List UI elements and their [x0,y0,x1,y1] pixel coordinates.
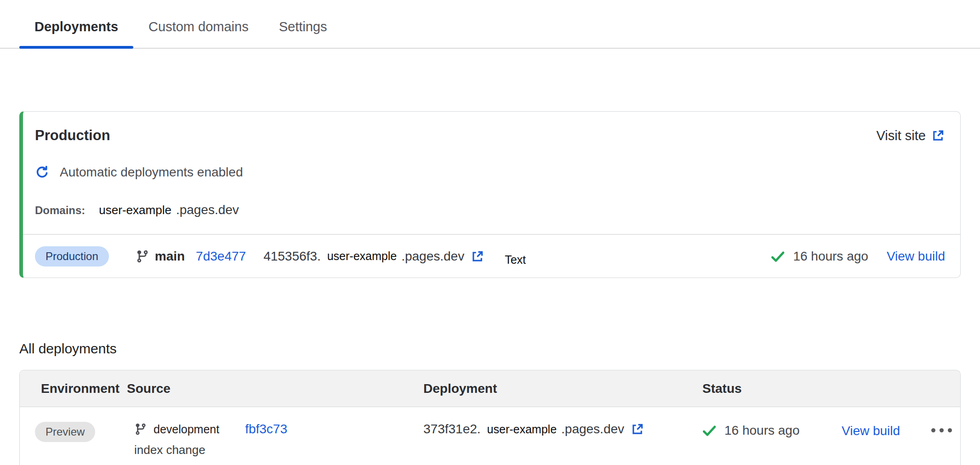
deployment-prefix: 373f31e2. [423,422,481,437]
branch-name: main [155,249,185,264]
deployment-time: 16 hours ago [724,423,799,438]
deployment-url-link[interactable]: 373f31e2. user-example .pages.dev [423,422,644,437]
deployments-table: Environment Source Deployment Status Pre… [19,370,961,465]
note-text: Text [505,253,526,267]
tab-bar: Deployments Custom domains Settings [0,0,980,49]
git-branch-icon [136,250,149,263]
domain-suffix: .pages.dev [176,203,239,217]
tab-deployments[interactable]: Deployments [19,19,133,48]
domain-name: user-example [99,203,171,217]
deployment-prefix: 415356f3. [263,249,321,264]
git-branch-icon [134,423,147,436]
external-link-icon [631,422,644,436]
column-header-environment: Environment [20,381,113,396]
deployment-time: 16 hours ago [793,249,868,264]
environment-badge: Production [35,246,109,267]
deployment-domain: user-example [327,250,397,263]
auto-deployments-text: Automatic deployments enabled [60,165,243,180]
tab-settings[interactable]: Settings [264,19,342,48]
production-card: Production Visit site Automa [19,111,961,278]
view-build-link[interactable]: View build [842,424,900,438]
production-deployment-row: Production main 7d3e477 415356f3. user-e… [23,235,960,278]
commit-sha-link[interactable]: 7d3e477 [196,249,246,264]
domains-label: Domains: [35,204,85,217]
visit-site-label: Visit site [877,128,926,143]
refresh-icon [35,165,50,180]
external-link-icon [471,250,484,263]
row-options-button[interactable] [924,422,960,432]
commit-sha-link[interactable]: fbf3c73 [245,422,287,437]
column-header-status: Status [701,381,842,396]
deployment-url-link[interactable]: 415356f3. user-example .pages.dev [246,249,484,264]
branch-name: development [154,423,219,436]
deployment-suffix: .pages.dev [561,422,624,437]
column-header-deployment: Deployment [423,381,701,396]
table-header-row: Environment Source Deployment Status [20,370,960,407]
all-deployments-title: All deployments [19,341,980,357]
success-check-icon [701,423,717,438]
view-build-link[interactable]: View build [887,249,945,264]
external-link-icon [931,129,945,142]
commit-message: index change [134,443,423,457]
environment-badge: Preview [35,422,95,442]
tab-custom-domains[interactable]: Custom domains [133,19,264,48]
table-row: Preview development fbf3c73 index change… [20,407,960,465]
deployment-domain: user-example [487,423,557,436]
production-card-title: Production [35,127,110,144]
visit-site-link[interactable]: Visit site [877,128,945,143]
success-check-icon [770,249,786,264]
column-header-source: Source [113,381,423,396]
deployment-suffix: .pages.dev [401,249,464,264]
